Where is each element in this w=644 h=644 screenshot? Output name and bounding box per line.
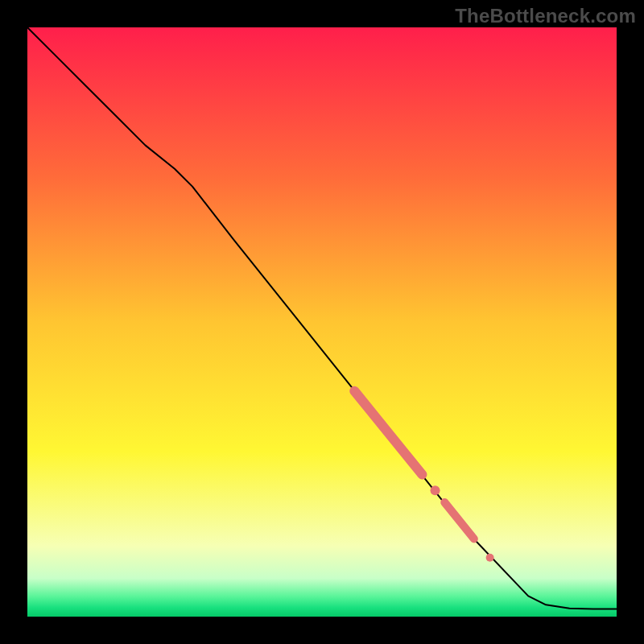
chart-frame: TheBottleneck.com — [0, 0, 644, 644]
watermark-text: TheBottleneck.com — [455, 5, 636, 27]
marker-dot-2 — [486, 554, 494, 562]
marker-dot-1 — [431, 485, 440, 495]
plot-area — [27, 27, 617, 617]
chart-svg — [27, 27, 617, 617]
